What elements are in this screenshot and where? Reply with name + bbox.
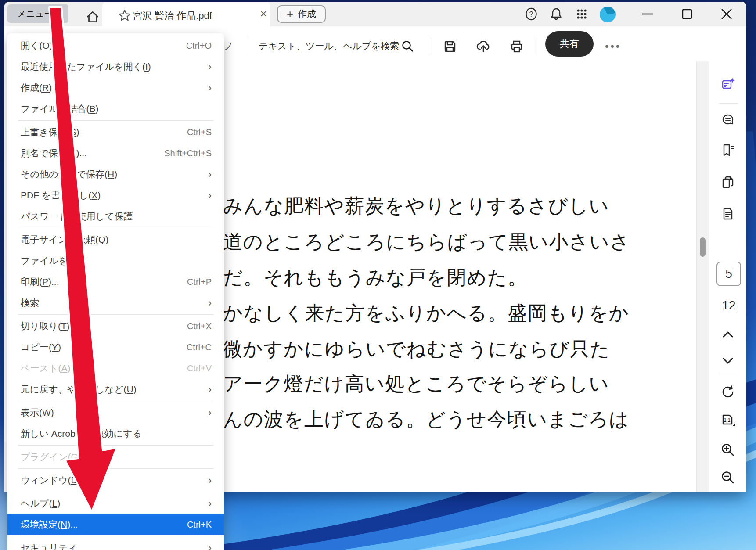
- scrollbar-track[interactable]: [696, 61, 709, 492]
- print-icon[interactable]: [509, 39, 524, 54]
- document-line: かなしく来た方をふりかへる。盛岡もりをか: [223, 300, 629, 326]
- menu-item-shortcut: Ctrl+X: [187, 321, 212, 331]
- menu-item-combine-files[interactable]: ファイルを結合(B): [7, 98, 224, 119]
- menu-item-undo-redo[interactable]: 元に戻す、やり直しなど(U)›: [7, 379, 224, 400]
- menu-item-copy[interactable]: コピー(Y)Ctrl+C: [7, 337, 224, 358]
- menu-item-label: セキュリティ: [21, 542, 208, 550]
- scrollbar-thumb[interactable]: [700, 237, 706, 257]
- search-icon[interactable]: [400, 39, 415, 54]
- menu-item-label: PDF を書き出し(X): [21, 189, 208, 201]
- menu-item-window[interactable]: ウィンドウ(D)›: [7, 470, 224, 491]
- menu-item-save-as-other[interactable]: その他の形式で保存(H)›: [7, 164, 224, 185]
- menu-item-cut[interactable]: 切り取り(T)Ctrl+X: [7, 316, 224, 337]
- divider: [719, 373, 738, 373]
- avatar[interactable]: [600, 7, 616, 22]
- actual-size-icon[interactable]: 1:1: [720, 412, 735, 427]
- menu-item-label: パスワードを使用して保護: [21, 210, 212, 223]
- close-icon[interactable]: [719, 7, 734, 22]
- document-line: 微かすかにゆらいでねむさうにならび只た: [223, 336, 610, 362]
- home-icon[interactable]: [84, 9, 101, 25]
- cloud-upload-icon[interactable]: [475, 39, 491, 54]
- save-icon[interactable]: [443, 39, 457, 54]
- share-button-label: 共有: [560, 37, 579, 50]
- help-icon[interactable]: ?: [524, 7, 539, 22]
- menu-item-request-esign[interactable]: 電子サインを依頼(Q): [7, 229, 224, 250]
- menu-divider: [18, 492, 213, 492]
- menu-item-export-pdf[interactable]: PDF を書き出し(X)›: [7, 185, 224, 206]
- menu-item-print[interactable]: 印刷(P)...Ctrl+P: [7, 271, 224, 292]
- menu-divider: [18, 445, 213, 446]
- menu-item-label: ファイルを結合(B): [21, 103, 212, 115]
- create-button[interactable]: + 作成: [277, 5, 326, 23]
- menu-item-plugins: プラグイン(G): [7, 446, 224, 467]
- submenu-chevron-icon: ›: [208, 190, 212, 201]
- menu-item-search[interactable]: 検索›: [7, 292, 224, 313]
- page-copies-icon[interactable]: [720, 175, 735, 190]
- document-line: アーク燈だけ高い処ところでそらぞらしい: [223, 371, 609, 397]
- submenu-chevron-icon: ›: [208, 169, 212, 180]
- menu-item-paste: ペースト(A)Ctrl+V: [7, 358, 224, 379]
- svg-text:?: ?: [529, 11, 533, 18]
- menu-item-shortcut: Ctrl+S: [187, 127, 212, 137]
- menu-item-label: その他の形式で保存(H): [21, 168, 208, 180]
- share-button[interactable]: 共有: [545, 31, 594, 57]
- toolbar-fragment: ノ: [224, 40, 234, 53]
- menu-item-protect-password[interactable]: パスワードを使用して保護: [7, 206, 224, 227]
- more-options-button[interactable]: •••: [605, 40, 621, 53]
- menu-item-label: コピー(Y): [21, 341, 187, 353]
- current-page-input[interactable]: 5: [716, 262, 741, 286]
- menu-divider: [18, 536, 213, 536]
- menu-item-help[interactable]: ヘルプ(L)›: [7, 493, 224, 514]
- zoom-in-icon[interactable]: [720, 442, 735, 457]
- document-line: 道のところどころにちらばって黒い小さいさ: [223, 229, 630, 255]
- tab-close-icon[interactable]: ×: [256, 7, 270, 21]
- menu-item-open-recent[interactable]: 最近使用したファイルを開く(I)›: [7, 56, 224, 77]
- current-page-value: 5: [725, 267, 732, 281]
- menu-item-security[interactable]: セキュリティ›: [7, 537, 224, 550]
- menu-item-label: 別名で保存(V)...: [21, 147, 164, 159]
- create-button-label: 作成: [298, 8, 316, 20]
- menu-item-share-file[interactable]: ファイルを共有: [7, 250, 224, 271]
- apps-grid-icon[interactable]: [574, 7, 589, 22]
- menu-item-save-as[interactable]: 別名で保存(V)...Shift+Ctrl+S: [7, 143, 224, 164]
- rotate-icon[interactable]: [720, 385, 735, 399]
- menu-item-label: 電子サインを依頼(Q): [21, 234, 212, 246]
- menu-item-label: プラグイン(G): [21, 451, 212, 463]
- menu-item-disable-new-acrobat[interactable]: 新しい Acrobat を無効にする: [7, 423, 224, 444]
- divider: [537, 38, 537, 55]
- bell-icon[interactable]: [549, 7, 564, 22]
- chevron-down-icon[interactable]: [720, 353, 735, 368]
- tab-title: 宮沢 賢治 作品.pdf: [133, 9, 212, 22]
- divider: [432, 38, 432, 55]
- menu-item-label: ペースト(A): [21, 362, 187, 374]
- menu-item-label: 環境設定(N)...: [21, 518, 187, 531]
- menu-item-preferences[interactable]: 環境設定(N)...Ctrl+K: [7, 514, 224, 535]
- menu-item-save[interactable]: 上書き保存(S)Ctrl+S: [7, 122, 224, 143]
- menu-item-label: ファイルを共有: [21, 255, 212, 267]
- menu-item-open[interactable]: 開く(O)Ctrl+O: [7, 35, 224, 56]
- menu-item-label: 印刷(P)...: [21, 276, 187, 288]
- maximize-icon[interactable]: [680, 7, 695, 22]
- menu-item-label: 作成(R): [21, 82, 208, 94]
- menu-button[interactable]: メニュー: [7, 4, 68, 23]
- divider: [248, 38, 248, 55]
- menu-item-label: 最近使用したファイルを開く(I): [21, 61, 208, 73]
- minimize-icon[interactable]: [640, 7, 655, 22]
- divider: [719, 103, 738, 104]
- menu-item-view[interactable]: 表示(W)›: [7, 402, 224, 423]
- ai-assistant-icon[interactable]: [720, 77, 735, 92]
- comments-icon[interactable]: [720, 113, 735, 128]
- menu-item-shortcut: Ctrl+O: [186, 41, 212, 51]
- bookmarks-icon[interactable]: [720, 143, 735, 158]
- search-input[interactable]: テキスト、ツール、ヘルプを検索: [259, 40, 399, 52]
- menu-divider: [18, 401, 213, 401]
- menu-item-label: 開く(O): [21, 40, 186, 52]
- star-icon[interactable]: [117, 8, 133, 24]
- zoom-out-icon[interactable]: [720, 470, 735, 485]
- submenu-chevron-icon: ›: [208, 498, 212, 509]
- menu-item-create[interactable]: 作成(R)›: [7, 77, 224, 98]
- page-thumbnails-icon[interactable]: [720, 206, 735, 221]
- menu-item-shortcut: Ctrl+K: [187, 520, 212, 530]
- submenu-chevron-icon: ›: [208, 384, 212, 395]
- chevron-up-icon[interactable]: [720, 327, 735, 342]
